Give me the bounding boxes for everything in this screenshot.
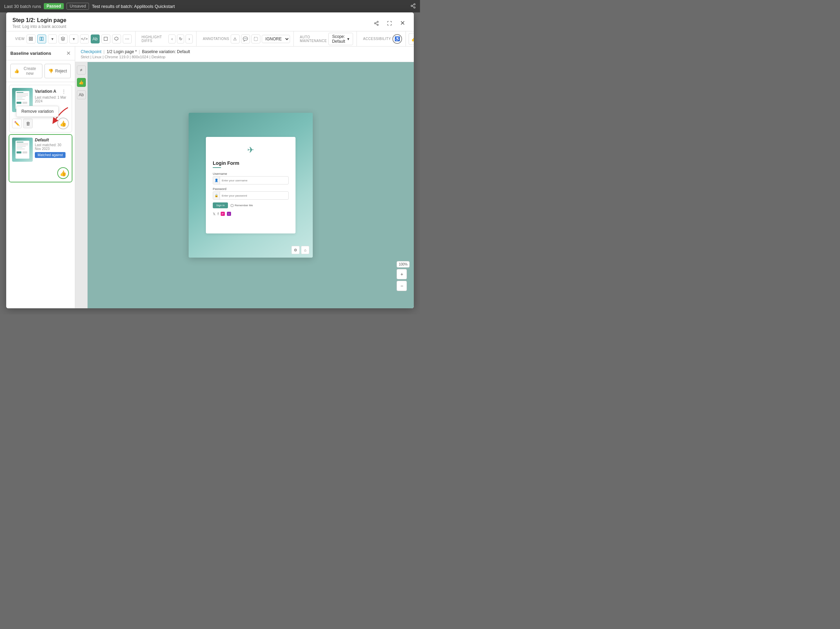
breadcrumb-checkpoint[interactable]: Checkpoint [81, 49, 101, 54]
svg-line-8 [376, 24, 377, 24]
view-rect-btn[interactable] [101, 35, 111, 43]
cycle-diff-btn[interactable]: ↻ [177, 35, 184, 43]
comment-btn[interactable]: 💬 [241, 35, 250, 43]
view-layers-btn[interactable] [58, 35, 68, 43]
svg-point-7 [377, 24, 378, 25]
svg-line-4 [412, 5, 414, 6]
svg-rect-14 [40, 37, 41, 41]
variation-a-info: Variation A ⋮ Last matched: 1 Mar 2024 [33, 88, 69, 103]
breadcrumb-row: Checkpoint | 1/2 Login page * | Baseline… [81, 49, 408, 54]
password-label: Password [213, 187, 289, 191]
username-icon: 👤 [213, 177, 220, 184]
variation-default-approve-btn[interactable]: 👍 [57, 167, 69, 179]
home-icon-btn[interactable]: ⌂ [301, 246, 309, 254]
svg-marker-16 [61, 37, 65, 39]
breadcrumb-baseline: Baseline variation: Default [142, 49, 190, 54]
remember-me: Remember Me [231, 204, 253, 207]
svg-point-1 [411, 5, 412, 6]
login-form-title-underline [213, 167, 221, 168]
ignore-select[interactable]: IGNORE [262, 35, 290, 43]
zoom-out-btn[interactable]: − [396, 281, 407, 291]
reject-button[interactable]: 👎 Reject [44, 64, 71, 78]
variation-card-default-inner: · · Default Last matched: 30 Nov 2023 Ma… [9, 135, 72, 164]
region-btn[interactable] [251, 35, 261, 43]
annotations-section: ANNOTATIONS ⚠ 💬 IGNORE [199, 32, 294, 46]
remember-label: Remember Me [234, 204, 253, 207]
username-input[interactable] [220, 178, 288, 183]
variation-a-approve-btn[interactable]: 👍 [57, 118, 69, 129]
signin-button[interactable]: Sign in [213, 202, 228, 208]
thumb-dots-default: · · [29, 158, 32, 161]
scope-label: Scope: Default [332, 34, 345, 44]
create-new-button[interactable]: 👍 Create new [10, 64, 43, 78]
matched-against-badge: Matched against [35, 152, 66, 158]
action-thumbs: 👍 👎 💾 [409, 33, 414, 45]
modal-subtitle: Test: Log into a bank account [13, 24, 371, 29]
remove-variation-tooltip: Remove variation [16, 106, 58, 117]
close-button[interactable]: ✕ [397, 18, 407, 28]
accessibility-icon[interactable]: ♿ [392, 34, 402, 44]
view-ab-btn[interactable]: Ab [91, 35, 99, 43]
password-input[interactable] [220, 193, 288, 198]
sidebar-title: Baseline variations [10, 51, 51, 56]
variation-a-more-btn[interactable]: ⋮ [61, 88, 67, 95]
thumbs-up-btn[interactable]: 👍 [409, 33, 414, 45]
svg-rect-18 [254, 37, 257, 41]
batch-title: Test results of batch: Applitools Quicks… [92, 4, 175, 9]
breadcrumb-meta: Strict | Linux | Chrome 119.0 | 800x1024… [81, 55, 408, 59]
view-dropdown2-btn[interactable]: ▾ [69, 35, 78, 43]
modal-header: Step 1/2: Login page Test: Log into a ba… [6, 13, 414, 32]
svg-line-9 [376, 22, 377, 23]
scope-button[interactable]: Scope: Default ▾ [328, 33, 353, 45]
variation-card-a[interactable]: · · Variation A ⋮ Last matched: 1 Mar 20… [9, 85, 72, 133]
create-new-label: Create new [21, 66, 39, 76]
svg-rect-17 [104, 37, 107, 41]
variation-default-date: Last matched: 30 Nov 2023 [35, 143, 67, 151]
prev-diff-btn[interactable]: ‹ [168, 35, 175, 43]
top-bar: Last 30 batch runs Passed Unsaved Test r… [0, 0, 420, 13]
variation-a-delete-btn[interactable]: 🗑 [23, 119, 33, 128]
zoom-in-btn[interactable]: + [396, 269, 407, 279]
modal-title: Step 1/2: Login page [13, 17, 371, 24]
social-purple-icon: I [227, 212, 231, 216]
variation-a-date: Last matched: 1 Mar 2024 [35, 95, 67, 103]
share-button[interactable] [371, 18, 381, 28]
variation-a-name: Variation A ⋮ [35, 88, 67, 95]
share-icon[interactable] [411, 3, 416, 9]
remember-checkbox[interactable] [231, 204, 234, 207]
variation-a-edit-btn[interactable]: ✏️ [12, 119, 22, 128]
svg-rect-11 [32, 37, 33, 39]
sidebar-header: Baseline variations ✕ [6, 47, 75, 60]
diff-ab-btn[interactable]: Ab [77, 90, 86, 99]
warn-icon-btn[interactable]: ⚠ [231, 35, 240, 43]
variations-list: · · Variation A ⋮ Last matched: 1 Mar 20… [6, 82, 75, 308]
diff-thumbup-btn[interactable]: 👍 [77, 78, 86, 87]
view-more-btn[interactable]: ⋯ [123, 35, 132, 43]
view-dropdown-btn[interactable]: ▾ [48, 35, 57, 43]
view-side-btn[interactable] [37, 35, 46, 43]
preview-canvas: ✈ Login Form Username 👤 Passwor [88, 62, 414, 308]
expand-button[interactable] [384, 18, 395, 28]
username-label: Username [213, 172, 289, 175]
view-section: VIEW ▾ ▾ </> Ab ⋯ [12, 32, 136, 46]
sidebar-close-btn[interactable]: ✕ [66, 50, 71, 57]
reject-label: Reject [55, 69, 67, 73]
view-component-btn[interactable] [112, 35, 121, 43]
variation-card-default[interactable]: · · Default Last matched: 30 Nov 2023 Ma… [9, 134, 72, 182]
variation-a-name-text: Variation A [35, 89, 56, 94]
highlight-diffs-label: HIGHLIGHT DIFFS [142, 35, 167, 43]
twitter-icon: 𝕏 [213, 212, 216, 216]
thumbs-up-small-icon: 👍 [14, 69, 19, 73]
preview-bottom-icons: ⚙ ⌂ [291, 246, 309, 254]
svg-rect-10 [29, 37, 31, 39]
svg-point-6 [374, 22, 376, 24]
svg-point-5 [377, 21, 378, 22]
username-field-row: 👤 [213, 176, 289, 185]
diff-neq-btn[interactable]: ≠ [77, 65, 86, 74]
view-code-btn[interactable]: </> [80, 35, 89, 43]
login-preview-container: ✈ Login Form Username 👤 Passwor [189, 113, 313, 258]
accessibility-section: ACCESSIBILITY ♿ [360, 32, 406, 46]
view-grid-btn[interactable] [27, 35, 36, 43]
next-diff-btn[interactable]: › [186, 35, 193, 43]
settings-icon-btn[interactable]: ⚙ [291, 246, 300, 254]
